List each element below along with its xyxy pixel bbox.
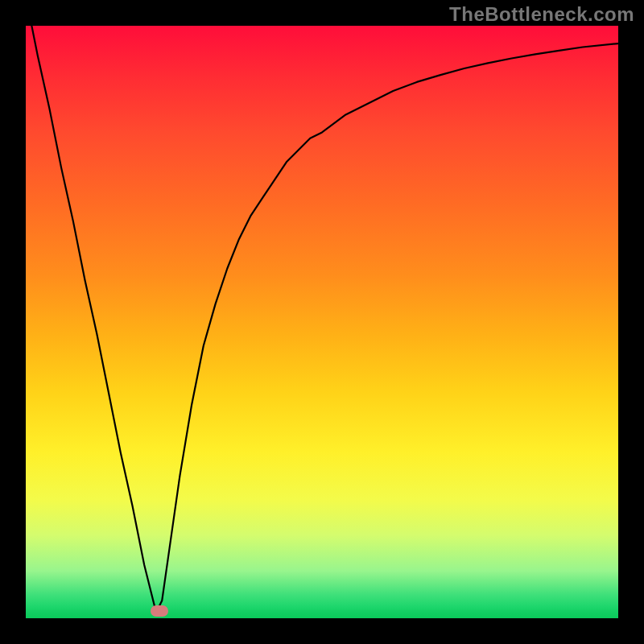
bottleneck-curve (26, 26, 618, 613)
minimum-marker (151, 605, 168, 617)
watermark-text: TheBottleneck.com (449, 3, 634, 26)
chart-frame: TheBottleneck.com (0, 0, 644, 644)
plot-area (26, 26, 618, 618)
curve-svg (26, 26, 618, 618)
